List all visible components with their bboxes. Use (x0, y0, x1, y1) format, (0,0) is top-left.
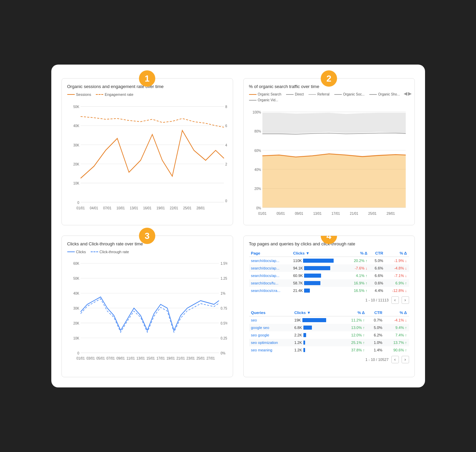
table-row: search/docs/ap...110K20.2% ↑5.0%-1.9% ↓ (249, 257, 409, 265)
cell-ctr-pct: -7.1% ↓ (385, 272, 409, 279)
cell-ctr: 5.0% (367, 324, 385, 331)
svg-text:19/01: 19/01 (166, 356, 175, 360)
col-pct-delta[interactable]: % Δ (347, 250, 369, 257)
chart3-legend: Clicks Click-through rate (67, 250, 227, 254)
cell-pct-delta: 16.5% ↑ (347, 287, 369, 294)
cell-ctr: 1.0% (367, 339, 385, 346)
cell-ctr-pct: 7.4% ↑ (384, 331, 409, 339)
col-query-ctr-pct[interactable]: % Δ (384, 309, 409, 316)
legend-organic-soc-label: Organic Soc... (343, 92, 365, 96)
chart2-area: 100% 80% 60% 40% 20% 0% 01/01 05/01 09/0… (249, 104, 409, 220)
svg-text:05/01: 05/01 (96, 356, 105, 360)
badge-1: 1 (139, 70, 155, 87)
col-query-pct[interactable]: % Δ (342, 309, 367, 316)
svg-text:40K: 40K (73, 292, 79, 296)
svg-text:60%: 60% (254, 148, 261, 153)
svg-text:03/01: 03/01 (86, 356, 95, 360)
svg-text:60K: 60K (73, 262, 79, 266)
badge-3: 3 (139, 228, 155, 244)
svg-text:0%: 0% (225, 198, 227, 203)
cell-ctr-pct: 6.9% ↑ (385, 279, 409, 287)
svg-text:25/01: 25/01 (183, 206, 191, 210)
panel-1: 1 Organic sessions and engagement rate o… (61, 78, 233, 225)
svg-text:25/01: 25/01 (196, 356, 205, 360)
dashboard: 1 Organic sessions and engagement rate o… (51, 65, 425, 387)
nav-next[interactable]: ▶ (408, 91, 412, 96)
svg-text:22/01: 22/01 (170, 206, 178, 210)
svg-text:16/01: 16/01 (143, 206, 152, 210)
svg-text:40%: 40% (254, 167, 261, 172)
legend-sessions: Sessions (67, 92, 91, 97)
nav-prev[interactable]: ◀ (404, 91, 407, 96)
clicks-line-icon (67, 251, 75, 252)
legend-referral-label: Referral (317, 92, 330, 96)
table-row: google seo6.8K13.0% ↑5.0%9.4% ↑ (249, 324, 409, 331)
svg-text:05/01: 05/01 (276, 211, 285, 215)
cell-clicks: 19K (292, 316, 342, 324)
svg-text:30K: 30K (73, 143, 79, 147)
svg-text:01/01: 01/01 (258, 211, 266, 215)
svg-text:29/01: 29/01 (386, 211, 395, 215)
cell-clicks: 94.1K (291, 264, 348, 272)
cell-ctr-pct: -4.1% ↓ (384, 316, 409, 324)
col-page[interactable]: Page (249, 250, 291, 257)
col-clicks[interactable]: Clicks ▼ (291, 250, 348, 257)
svg-text:60%: 60% (225, 124, 227, 128)
legend-direct: Direct (286, 92, 304, 96)
col-ctr[interactable]: CTR (369, 250, 385, 257)
cell-ctr: 5.0% (369, 257, 385, 265)
organic-sho-icon (369, 94, 377, 95)
svg-text:19/01: 19/01 (156, 206, 165, 210)
svg-text:27/01: 27/01 (206, 356, 215, 360)
svg-text:80%: 80% (254, 129, 261, 134)
cell-pct-delta: 37.8% ↑ (342, 346, 367, 354)
svg-text:07/01: 07/01 (106, 356, 115, 360)
svg-text:80%: 80% (225, 104, 227, 109)
svg-text:13/01: 13/01 (129, 206, 138, 210)
svg-text:40%: 40% (225, 143, 227, 147)
col-query-ctr[interactable]: CTR (367, 309, 385, 316)
pages-next[interactable]: › (402, 296, 409, 304)
svg-text:50K: 50K (73, 104, 79, 109)
svg-text:0: 0 (77, 351, 79, 355)
col-query[interactable]: Queries (249, 309, 293, 316)
cell-pct-delta: 16.9% ↑ (347, 279, 369, 287)
cell-page: search/docs/cra... (249, 287, 291, 294)
svg-text:1.25%: 1.25% (221, 277, 227, 281)
table-row: seo19K11.2% ↑0.7%-4.1% ↓ (249, 316, 409, 324)
legend-clicks-label: Clicks (76, 250, 86, 254)
svg-text:10/01: 10/01 (116, 206, 125, 210)
cell-clicks: 110K (291, 257, 348, 265)
chart3-svg: 60K 50K 40K 30K 20K 10K 0 1.5% 1.25% 1% … (67, 256, 227, 371)
cell-ctr-pct: 90.6% ↑ (384, 346, 409, 354)
cell-clicks: 58.7K (291, 279, 348, 287)
panel-2: 2 % of organic search traffic over time … (243, 78, 415, 225)
cell-page: google seo (249, 324, 293, 331)
queries-next[interactable]: › (402, 356, 409, 363)
cell-ctr: 6.6% (369, 272, 385, 279)
table-row: seo optimization1.2K25.1% ↑1.0%13.7% ↑ (249, 339, 409, 346)
organic-soc-icon (334, 94, 342, 95)
cell-pct-delta: 11.2% ↑ (342, 316, 367, 324)
queries-prev[interactable]: ‹ (391, 356, 399, 363)
svg-text:50K: 50K (73, 277, 79, 281)
queries-section: Queries Clicks ▼ % Δ CTR % Δ seo19K11.2%… (249, 309, 409, 363)
pages-prev[interactable]: ‹ (391, 296, 399, 304)
cell-ctr-pct: -1.9% ↓ (385, 257, 409, 265)
chart1-legend: Sessions Engagement rate (67, 92, 227, 97)
svg-text:17/01: 17/01 (331, 211, 340, 215)
direct-icon (286, 94, 294, 95)
legend-referral: Referral (308, 92, 330, 96)
legend-ctr-label: Click-through rate (100, 250, 129, 254)
col-query-clicks[interactable]: Clicks ▼ (292, 309, 342, 316)
pages-pagination: 1 - 10 / 11113 ‹ › (249, 296, 409, 304)
svg-text:13/01: 13/01 (313, 211, 321, 215)
cell-clicks: 60.9K (291, 272, 348, 279)
cell-pct-delta: -7.6% ↓ (347, 264, 369, 272)
svg-marker-40 (262, 154, 406, 208)
svg-text:15/01: 15/01 (146, 356, 155, 360)
svg-text:0.5%: 0.5% (221, 321, 227, 325)
sessions-line-icon (67, 94, 75, 95)
svg-text:1%: 1% (221, 292, 225, 296)
col-ctr-pct[interactable]: % Δ (385, 250, 409, 257)
